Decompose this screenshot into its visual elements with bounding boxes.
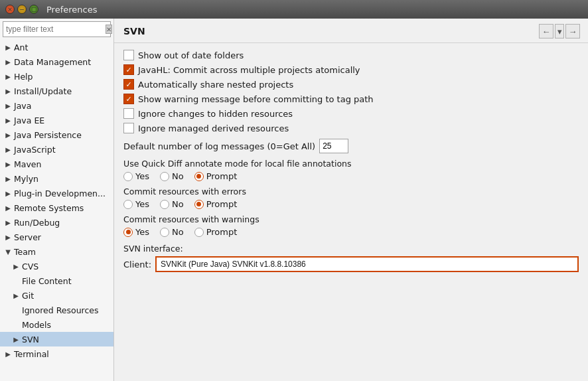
sidebar-item-server[interactable]: ▶Server bbox=[0, 230, 113, 244]
radio-label-prompt: Prompt bbox=[206, 199, 238, 209]
sidebar-item-data-management[interactable]: ▶Data Management bbox=[0, 54, 113, 69]
expand-arrow-icon: ▶ bbox=[4, 58, 12, 66]
sidebar-item-label: Git bbox=[22, 291, 34, 301]
filter-input[interactable] bbox=[6, 25, 106, 34]
checkbox-row-javaHL-commit: JavaHL: Commit across multiple projects … bbox=[123, 64, 579, 75]
sidebar-item-label: Data Management bbox=[14, 57, 91, 67]
sidebar-item-java[interactable]: ▶Java bbox=[0, 98, 113, 113]
expand-arrow-icon: ▶ bbox=[4, 131, 12, 139]
radio-option-yes-quick_diff[interactable]: Yes bbox=[123, 171, 149, 181]
nav-dropdown-button[interactable]: ▾ bbox=[555, 24, 564, 38]
checkbox-auto-share-nested[interactable] bbox=[123, 79, 134, 90]
radio-btn-prompt bbox=[194, 200, 204, 209]
radio-option-prompt-commit_errors[interactable]: Prompt bbox=[194, 199, 238, 209]
sidebar-item-cvs[interactable]: ▶CVS bbox=[0, 259, 113, 273]
checkbox-show-out-of-date[interactable] bbox=[123, 50, 134, 60]
checkbox-row-show-warning-tag: Show warning message before committing t… bbox=[123, 94, 579, 104]
radio-option-no-commit_errors[interactable]: No bbox=[160, 199, 184, 209]
sidebar-item-label: Remote Systems bbox=[14, 203, 84, 213]
client-input[interactable] bbox=[155, 256, 579, 272]
checkbox-row-show-out-of-date: Show out of date folders bbox=[123, 50, 579, 60]
sidebar-item-git[interactable]: ▶Git bbox=[0, 288, 113, 303]
sidebar-item-label: Plug-in Developmen... bbox=[14, 189, 106, 198]
sidebar-item-java-persistence[interactable]: ▶Java Persistence bbox=[0, 127, 113, 142]
sidebar-item-ignored-resources[interactable]: Ignored Resources bbox=[0, 303, 113, 317]
sidebar-item-install-update[interactable]: ▶Install/Update bbox=[0, 84, 113, 98]
log-messages-label: Default number of log messages (0=Get Al… bbox=[123, 141, 315, 151]
sidebar-item-maven[interactable]: ▶Maven bbox=[0, 157, 113, 171]
sidebar-item-plugin-dev[interactable]: ▶Plug-in Developmen... bbox=[0, 186, 113, 200]
commit-warnings-radio-group: YesNoPrompt bbox=[123, 227, 579, 237]
checkbox-ignore-managed[interactable] bbox=[123, 123, 134, 133]
window-title: Preferences bbox=[46, 5, 97, 15]
radio-label-yes: Yes bbox=[135, 199, 149, 209]
sidebar-item-javascript[interactable]: ▶JavaScript bbox=[0, 142, 113, 157]
expand-arrow-icon: ▶ bbox=[12, 291, 20, 299]
expand-arrow-icon: ▶ bbox=[4, 72, 12, 80]
radio-option-prompt-commit_warnings[interactable]: Prompt bbox=[194, 227, 238, 237]
sidebar-item-label: Ant bbox=[14, 42, 28, 52]
sidebar-item-remote-systems[interactable]: ▶Remote Systems bbox=[0, 200, 113, 215]
expand-arrow-icon: ▶ bbox=[4, 233, 12, 241]
sidebar-item-run-debug[interactable]: ▶Run/Debug bbox=[0, 215, 113, 230]
expand-arrow-icon bbox=[12, 321, 20, 329]
expand-arrow-icon: ▶ bbox=[4, 189, 12, 197]
radio-btn-no bbox=[160, 200, 169, 209]
radio-btn-yes bbox=[123, 228, 133, 237]
sidebar-tree: ▶Ant▶Data Management▶Help▶Install/Update… bbox=[0, 40, 113, 381]
radio-option-yes-commit_warnings[interactable]: Yes bbox=[123, 227, 149, 237]
expand-arrow-icon: ▶ bbox=[12, 262, 20, 270]
sidebar-item-svn[interactable]: ▶SVN bbox=[0, 332, 113, 346]
checkbox-row-auto-share-nested: Automatically share nested projects bbox=[123, 79, 579, 90]
maximize-button[interactable]: □ bbox=[29, 5, 38, 14]
nav-back-button[interactable]: ← bbox=[539, 24, 553, 38]
sidebar-item-terminal[interactable]: ▶Terminal bbox=[0, 346, 113, 361]
close-button[interactable]: × bbox=[5, 5, 15, 14]
nav-fwd-button[interactable]: → bbox=[565, 24, 580, 38]
radio-label-no: No bbox=[172, 199, 184, 209]
expand-arrow-icon: ▶ bbox=[4, 175, 12, 183]
radio-label-no: No bbox=[172, 227, 184, 237]
sidebar-item-label: Maven bbox=[14, 159, 41, 169]
checkbox-javaHL-commit[interactable] bbox=[123, 64, 134, 75]
radio-label-yes: Yes bbox=[135, 227, 149, 237]
quick-diff-label: Use Quick Diff annotate mode for local f… bbox=[123, 159, 579, 169]
sidebar-item-ant[interactable]: ▶Ant bbox=[0, 40, 113, 54]
checkbox-label-ignore-hidden: Ignore changes to hidden resources bbox=[138, 109, 293, 119]
sidebar-item-mylyn[interactable]: ▶Mylyn bbox=[0, 171, 113, 186]
sidebar-item-team[interactable]: ▼Team bbox=[0, 244, 113, 259]
checkbox-show-warning-tag[interactable] bbox=[123, 94, 134, 104]
checkbox-label-show-warning-tag: Show warning message before committing t… bbox=[138, 94, 374, 104]
radio-btn-prompt bbox=[194, 228, 204, 237]
radio-label-no: No bbox=[172, 171, 184, 181]
minimize-button[interactable]: − bbox=[17, 5, 27, 14]
radio-option-no-quick_diff[interactable]: No bbox=[160, 171, 184, 181]
radio-label-yes: Yes bbox=[135, 171, 149, 181]
expand-arrow-icon: ▶ bbox=[4, 218, 12, 226]
expand-arrow-icon: ▶ bbox=[4, 350, 12, 358]
checkbox-row-ignore-managed: Ignore managed derived resources bbox=[123, 123, 579, 133]
sidebar-item-java-ee[interactable]: ▶Java EE bbox=[0, 113, 113, 127]
sidebar-item-models[interactable]: Models bbox=[0, 317, 113, 332]
sidebar-item-label: Team bbox=[14, 247, 36, 257]
filter-clear-button[interactable]: ✕ bbox=[106, 25, 112, 34]
content-header: SVN ← ▾ → bbox=[114, 19, 588, 43]
radio-option-no-commit_warnings[interactable]: No bbox=[160, 227, 184, 237]
radio-option-yes-commit_errors[interactable]: Yes bbox=[123, 199, 149, 209]
log-messages-input[interactable] bbox=[319, 139, 348, 153]
sidebar-item-label: SVN bbox=[22, 335, 39, 344]
checkbox-label-ignore-managed: Ignore managed derived resources bbox=[138, 123, 289, 133]
sidebar-item-help[interactable]: ▶Help bbox=[0, 69, 113, 84]
sidebar-item-label: CVS bbox=[22, 262, 38, 271]
expand-arrow-icon bbox=[12, 306, 20, 314]
checkbox-ignore-hidden[interactable] bbox=[123, 108, 134, 119]
filter-box[interactable]: ✕ bbox=[3, 21, 111, 37]
sidebar-item-label: Java Persistence bbox=[14, 130, 82, 140]
radio-btn-yes bbox=[123, 172, 133, 181]
titlebar: × − □ Preferences bbox=[0, 0, 588, 19]
svn-interface-section: SVN interface: Client: bbox=[123, 244, 579, 272]
radio-btn-no bbox=[160, 228, 169, 237]
expand-arrow-icon: ▶ bbox=[4, 43, 12, 51]
radio-option-prompt-quick_diff[interactable]: Prompt bbox=[194, 171, 238, 181]
sidebar-item-file-content[interactable]: File Content bbox=[0, 273, 113, 288]
